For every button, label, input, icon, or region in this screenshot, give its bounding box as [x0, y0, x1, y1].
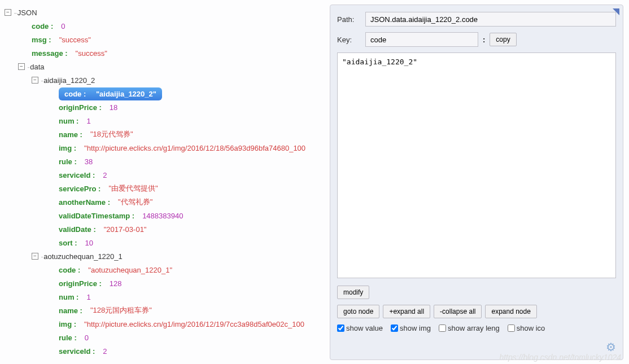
root-label: JSON [18, 8, 37, 17]
show-ico-check[interactable]: show ico [508, 324, 545, 332]
path-row: Path: [337, 12, 616, 27]
tree-row[interactable]: servicePro :"由爱代驾提供" [5, 182, 320, 195]
value-textarea[interactable] [337, 52, 616, 278]
tree-row[interactable]: name :"128元国内租车券" [5, 304, 320, 317]
collapse-icon[interactable]: − [18, 63, 25, 70]
goto-node-button[interactable]: goto node [337, 305, 379, 318]
tree-row[interactable]: msg : "success" [5, 33, 320, 46]
tree-row[interactable]: anotherName :"代驾礼券" [5, 195, 320, 209]
json-tree-panel: − ··· JSON code : 0 msg : "success" mess… [0, 0, 325, 364]
path-label: Path: [337, 15, 365, 24]
collapse-icon[interactable]: − [5, 9, 11, 16]
tree-row[interactable]: rule :0 [5, 331, 320, 344]
tree-row[interactable]: validDateTimestamp :1488383940 [5, 209, 320, 222]
key-input[interactable] [365, 32, 478, 47]
show-value-check[interactable]: show value [337, 324, 383, 332]
modify-button[interactable]: modify [337, 286, 369, 299]
tree-row[interactable]: num :1 [5, 114, 320, 128]
collapse-icon[interactable]: − [32, 77, 38, 84]
detail-panel: Path: Key: : copy modify goto node +expa… [330, 5, 623, 360]
show-img-check[interactable]: show img [391, 324, 431, 332]
tree-row[interactable]: message : "success" [5, 46, 320, 60]
tree-row[interactable]: serviceId :2 [5, 168, 320, 182]
expand-node-button[interactable]: expand node [485, 305, 536, 318]
copy-button[interactable]: copy [490, 33, 516, 46]
tree-row-selected[interactable]: code : "aidaijia_1220_2" [5, 87, 320, 100]
tree-row[interactable]: originPrice :18 [5, 100, 320, 114]
tree-row[interactable]: img :"http://picture.eclicks.cn/g1/img/2… [5, 317, 320, 331]
tree-row-data[interactable]: − ·· data [5, 60, 320, 73]
tree-row[interactable]: code : 0 [5, 19, 320, 33]
tree-row-root[interactable]: − ··· JSON [5, 6, 320, 19]
key-label: Key: [337, 36, 365, 44]
key-row: Key: : copy [337, 32, 616, 47]
tree-row-node2[interactable]: − ·· aotuzuchequan_1220_1 [5, 249, 320, 263]
tree-row[interactable]: img :"http://picture.eclicks.cn/g1/img/2… [5, 141, 320, 155]
tree-row[interactable]: validDate :"2017-03-01" [5, 222, 320, 236]
tree-row[interactable]: originPrice :128 [5, 277, 320, 290]
collapse-icon[interactable]: − [32, 253, 38, 260]
gear-icon[interactable]: ⚙ [606, 340, 616, 354]
tree-row[interactable]: code :"aotuzuchequan_1220_1" [5, 263, 320, 277]
checkbox-row: show value show img show array leng show… [337, 324, 616, 332]
collapse-all-button[interactable]: -collapse all [434, 305, 482, 318]
tree-row[interactable]: serviceId :2 [5, 344, 320, 358]
collapse-triangle-icon[interactable] [613, 8, 619, 15]
tree-row[interactable]: name :"18元代驾券" [5, 128, 320, 141]
tree-row-node1[interactable]: − ·· aidaijia_1220_2 [5, 73, 320, 87]
tree-row[interactable]: rule :38 [5, 155, 320, 168]
tree-row[interactable]: num :1 [5, 290, 320, 304]
tree-row[interactable]: sort :10 [5, 236, 320, 249]
colon-sep: : [483, 36, 485, 44]
expand-all-button[interactable]: +expand all [383, 305, 430, 318]
path-input[interactable] [365, 12, 616, 27]
show-array-check[interactable]: show array leng [439, 324, 500, 332]
